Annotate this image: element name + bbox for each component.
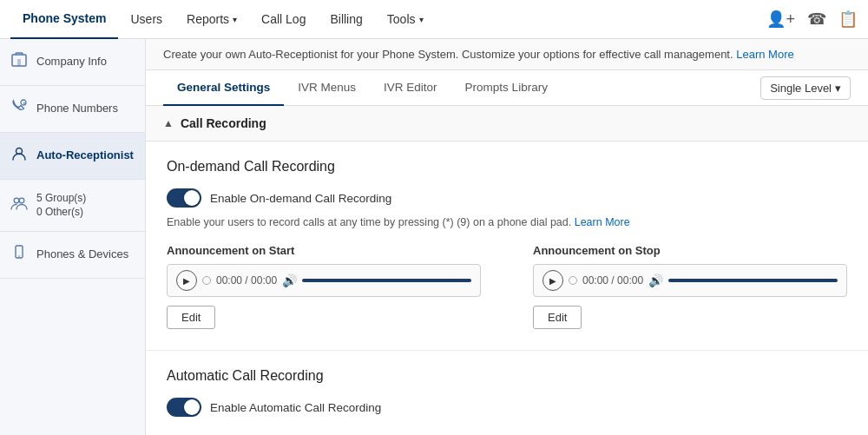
sidebar-item-auto-receptionist[interactable]: Auto-Receptionist (0, 133, 145, 180)
company-info-icon (10, 51, 28, 73)
automatic-toggle-row: Enable Automatic Call Recording (167, 398, 847, 417)
info-banner-text: Create your own Auto-Receptionist for yo… (163, 48, 733, 61)
nav-users[interactable]: Users (118, 0, 174, 39)
audio-player-stop: ▶ 00:00 / 00:00 🔊 (533, 264, 847, 297)
nav-call-log[interactable]: Call Log (249, 0, 318, 39)
toggle-knob (184, 190, 200, 206)
nav-reports-label: Reports (187, 12, 229, 26)
chevron-down-icon: ▾ (419, 15, 424, 24)
nav-reports[interactable]: Reports ▾ (174, 0, 249, 39)
on-demand-toggle[interactable] (167, 188, 201, 208)
phone-numbers-icon: ★ (10, 98, 28, 120)
section-title: Call Recording (181, 116, 266, 130)
on-demand-hint: Enable your users to record calls at any… (167, 216, 847, 228)
level-dropdown-label: Single Level (770, 82, 832, 95)
sidebar-item-company-info[interactable]: Company Info (0, 39, 145, 86)
info-banner: Create your own Auto-Receptionist for yo… (146, 39, 868, 70)
time-display-start: 00:00 / 00:00 (216, 274, 277, 287)
edit-button-stop[interactable]: Edit (533, 306, 582, 329)
play-button-start[interactable]: ▶ (176, 270, 197, 291)
on-demand-recording-block: On-demand Call Recording Enable On-deman… (146, 142, 868, 351)
on-demand-hint-link[interactable]: Learn More (575, 216, 630, 228)
phones-devices-icon (10, 244, 28, 266)
collapse-icon[interactable]: ▲ (163, 117, 174, 129)
automatic-recording-block: Automatic Call Recording Enable Automati… (146, 351, 868, 435)
svg-point-5 (14, 198, 19, 203)
nav-icon-group: 👤+ ☎ 📋 (766, 10, 858, 29)
nav-phone-system[interactable]: Phone System (10, 0, 118, 39)
tab-ivr-editor[interactable]: IVR Editor (370, 70, 451, 106)
progress-bar-start[interactable] (302, 279, 471, 282)
svg-point-6 (19, 198, 24, 203)
automatic-title: Automatic Call Recording (167, 368, 847, 384)
volume-icon-stop[interactable]: 🔊 (648, 274, 663, 287)
play-button-stop[interactable]: ▶ (542, 270, 563, 291)
announcement-stop-col: Announcement on Stop ▶ 00:00 / 00:00 🔊 E… (533, 244, 847, 329)
groups-label: 5 Group(s) 0 Other(s) (36, 192, 86, 219)
tab-general-settings[interactable]: General Settings (163, 70, 284, 106)
nav-users-label: Users (130, 12, 162, 26)
nav-phone-system-label: Phone System (23, 11, 106, 25)
announcement-start-col: Announcement on Start ▶ 00:00 / 00:00 🔊 … (167, 244, 481, 329)
phone-numbers-label: Phone Numbers (36, 102, 118, 116)
auto-receptionist-label: Auto-Receptionist (36, 148, 134, 163)
announcement-columns: Announcement on Start ▶ 00:00 / 00:00 🔊 … (167, 244, 847, 329)
tab-prompts-library[interactable]: Prompts Library (451, 70, 562, 106)
sidebar-item-groups[interactable]: 5 Group(s) 0 Other(s) (0, 180, 145, 232)
sidebar-item-phone-numbers[interactable]: ★ Phone Numbers (0, 86, 145, 133)
progress-bar-stop[interactable] (668, 279, 838, 282)
call-recording-section-header: ▲ Call Recording (146, 106, 868, 142)
sidebar-item-phones-devices[interactable]: Phones & Devices (0, 232, 145, 279)
info-banner-link[interactable]: Learn More (736, 48, 793, 61)
company-info-label: Company Info (36, 55, 107, 69)
nav-tools-label: Tools (387, 12, 416, 26)
svg-point-8 (18, 255, 20, 257)
groups-icon (10, 194, 28, 216)
nav-billing[interactable]: Billing (318, 0, 374, 39)
main-content: Create your own Auto-Receptionist for yo… (146, 39, 868, 435)
level-dropdown[interactable]: Single Level ▾ (760, 76, 851, 100)
page-layout: Company Info ★ Phone Numbers Auto-Recept… (0, 39, 868, 435)
time-display-stop: 00:00 / 00:00 (582, 274, 643, 287)
announcement-stop-label: Announcement on Stop (533, 244, 847, 257)
svg-text:★: ★ (23, 101, 26, 105)
audio-player-start: ▶ 00:00 / 00:00 🔊 (167, 264, 481, 297)
on-demand-toggle-row: Enable On-demand Call Recording (167, 188, 847, 208)
volume-icon-start[interactable]: 🔊 (282, 274, 297, 287)
automatic-toggle-label: Enable Automatic Call Recording (210, 401, 381, 414)
phones-devices-label: Phones & Devices (36, 247, 128, 262)
nav-tools[interactable]: Tools ▾ (375, 0, 436, 39)
automatic-toggle-knob (184, 399, 200, 415)
clipboard-icon[interactable]: 📋 (838, 10, 858, 29)
dot-indicator-stop (569, 276, 577, 285)
dot-indicator-start (202, 276, 211, 285)
auto-receptionist-icon (10, 145, 28, 167)
tab-ivr-menus[interactable]: IVR Menus (284, 70, 370, 106)
top-nav: Phone System Users Reports ▾ Call Log Bi… (0, 0, 868, 39)
phone-icon[interactable]: ☎ (807, 10, 826, 29)
sidebar: Company Info ★ Phone Numbers Auto-Recept… (0, 39, 146, 435)
nav-call-log-label: Call Log (261, 12, 306, 26)
tab-bar: General Settings IVR Menus IVR Editor Pr… (146, 70, 868, 106)
announcement-start-label: Announcement on Start (167, 244, 481, 257)
automatic-toggle[interactable] (167, 398, 201, 417)
on-demand-title: On-demand Call Recording (167, 159, 847, 175)
on-demand-toggle-label: Enable On-demand Call Recording (210, 192, 391, 205)
chevron-down-icon: ▾ (233, 15, 237, 24)
person-add-icon[interactable]: 👤+ (766, 10, 795, 29)
nav-billing-label: Billing (330, 12, 362, 26)
svg-rect-1 (17, 59, 21, 66)
chevron-down-icon: ▾ (835, 82, 841, 95)
edit-button-start[interactable]: Edit (167, 306, 215, 329)
